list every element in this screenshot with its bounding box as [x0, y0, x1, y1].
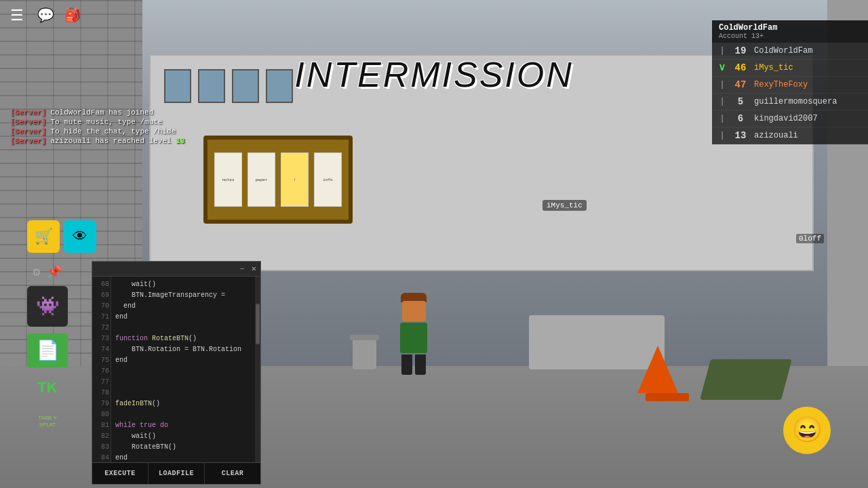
editor-body: 6869707172737475767778798081828384 wait(…: [92, 277, 260, 462]
score-num-6: 13: [731, 130, 750, 141]
traffic-cone: [637, 346, 678, 393]
score-name-3: RexyTheFoxy: [754, 80, 863, 89]
action-buttons: 🛒 👁: [27, 220, 96, 253]
board-paper-3: !: [281, 152, 309, 207]
score-name-1: ColdWorldFam: [754, 46, 863, 56]
loadfile-button[interactable]: LOADFILE: [149, 463, 205, 484]
score-account: Account 13+: [719, 33, 861, 40]
board-paper-4: info: [314, 152, 342, 207]
eye-button[interactable]: 👁: [64, 220, 96, 253]
line-numbers: 6869707172737475767778798081828384: [92, 277, 111, 462]
bulletin-board: notes paper ! info: [203, 136, 353, 224]
score-icon-5: |: [717, 114, 727, 123]
server-tag-3: [Server]: [10, 127, 46, 136]
score-icon-2: V: [717, 63, 727, 73]
editor-titlebar: － ✕: [92, 262, 260, 277]
board-paper-2: paper: [248, 152, 275, 207]
score-name-5: kingdavid2007: [754, 114, 863, 123]
player-label-imystic: iMys_tic: [542, 200, 587, 211]
topbar-icons: ☰ 💬 🎒: [10, 7, 83, 26]
chat-msg-3: [Server] To hide the chat, type /hide: [10, 127, 184, 136]
char-legs: [387, 354, 441, 375]
score-num-4: 5: [731, 96, 750, 107]
monster-icon: 👾: [36, 295, 60, 318]
doc-icon: 📄: [36, 339, 60, 362]
board-paper-1: notes: [214, 152, 242, 207]
green-mat: [700, 359, 792, 400]
doc-icon-container[interactable]: 📄: [27, 333, 68, 367]
tk-label: TK: [37, 379, 57, 396]
cone-base: [646, 393, 689, 401]
score-icon-6: |: [717, 131, 727, 140]
emoji-face: 😄: [792, 415, 823, 445]
left-sidebar: ⚙ 📌 👾 📄 TK TABB YSPLAT: [27, 264, 68, 435]
code-content[interactable]: wait() BTN.ImageTransparency = end end f…: [111, 277, 255, 462]
score-num-3: 47: [731, 79, 750, 90]
clear-button[interactable]: CLEAR: [205, 463, 260, 484]
tab-label: TABB YSPLAT: [38, 415, 57, 429]
chat-text-3: To hide the chat, type /hide: [50, 127, 176, 136]
player-character: [387, 291, 441, 373]
chat-text-4: azizouali has reached level: [50, 137, 176, 145]
score-username: ColdWorldFam: [719, 23, 861, 33]
pin-icon[interactable]: 📌: [47, 264, 62, 279]
chat-icon[interactable]: 💬: [37, 7, 56, 26]
gear-icon[interactable]: ⚙: [33, 264, 41, 279]
score-row-1: | 19 ColdWorldFam: [712, 43, 868, 60]
score-icon-4: |: [717, 97, 727, 106]
score-row-2: V 46 iMys_tic: [712, 60, 868, 77]
monster-icon-container[interactable]: 👾: [27, 286, 68, 327]
intermission-title: INTERMISSION: [294, 54, 574, 95]
close-button[interactable]: ✕: [252, 264, 256, 274]
score-name-4: guillermomosquera: [754, 97, 863, 106]
chat-text-1: ColdWorldFam has joined: [50, 108, 153, 117]
minimize-button[interactable]: －: [238, 263, 246, 274]
score-row-3: | 47 RexyTheFoxy: [712, 77, 868, 94]
editor-footer: EXECUTE LOADFILE CLEAR: [92, 462, 260, 484]
code-editor-panel: － ✕ 6869707172737475767778798081828384 w…: [92, 261, 261, 485]
emoji-avatar[interactable]: 😄: [783, 407, 831, 454]
score-name-2: iMys_tic: [754, 63, 863, 73]
chat-msg-2: [Server] To mute music, type /mute: [10, 118, 184, 126]
score-num-1: 19: [731, 45, 750, 56]
chat-text-2: To mute music, type /mute: [50, 118, 162, 126]
score-num-5: 6: [731, 113, 750, 124]
trash-lid: [350, 335, 379, 340]
score-num-2: 46: [731, 62, 750, 73]
char-head: [402, 301, 426, 321]
menu-icon[interactable]: ☰: [10, 7, 29, 26]
char-leg-left: [401, 354, 412, 375]
trash-can: [353, 339, 376, 369]
score-name-6: azizouali: [754, 131, 863, 140]
score-row-6: | 13 azizouali: [712, 127, 868, 144]
chat-msg-4: [Server] azizouali has reached level 13: [10, 137, 184, 145]
score-header: ColdWorldFam Account 13+: [712, 20, 868, 43]
score-icon-1: |: [717, 46, 727, 56]
bag-icon[interactable]: 🎒: [64, 7, 83, 26]
level-highlight: 13: [176, 137, 184, 145]
server-tag-1: [Server]: [10, 108, 46, 117]
chat-panel: [Server] ColdWorldFam has joined [Server…: [10, 108, 184, 145]
score-row-5: | 6 kingdavid2007: [712, 110, 868, 127]
chat-msg-1: [Server] ColdWorldFam has joined: [10, 108, 184, 117]
server-tag-4: [Server]: [10, 137, 46, 145]
scrollbar-thumb: [256, 304, 260, 344]
tk-label-container[interactable]: TK: [27, 374, 68, 401]
editor-scrollbar[interactable]: [255, 277, 260, 462]
server-tag-2: [Server]: [10, 118, 46, 126]
char-leg-right: [415, 354, 426, 375]
oloff-label: 0loff: [796, 234, 824, 243]
shop-button[interactable]: 🛒: [27, 220, 60, 253]
tab-label-container[interactable]: TABB YSPLAT: [27, 408, 68, 435]
scoreboard: ColdWorldFam Account 13+ | 19 ColdWorldF…: [712, 20, 868, 144]
char-body: [400, 323, 427, 353]
execute-button[interactable]: EXECUTE: [92, 463, 149, 484]
score-icon-3: |: [717, 80, 727, 89]
score-row-4: | 5 guillermomosquera: [712, 94, 868, 110]
sidebar-row-1: ⚙ 📌: [33, 264, 62, 279]
